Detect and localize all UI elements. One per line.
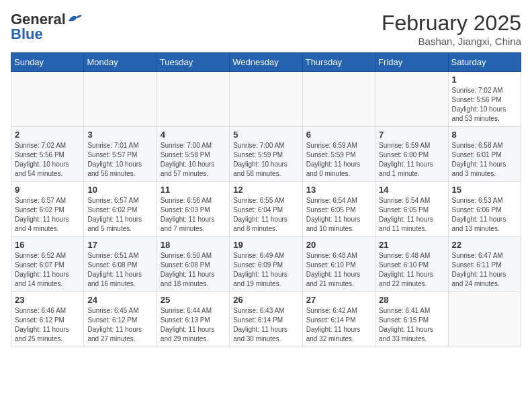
day-number: 23: [15, 295, 80, 305]
day-number: 15: [452, 185, 517, 195]
logo: General Blue: [11, 11, 82, 43]
day-number: 4: [161, 130, 226, 140]
calendar-cell: 24Sunrise: 6:45 AM Sunset: 6:12 PM Dayli…: [84, 292, 157, 347]
calendar-table: SundayMondayTuesdayWednesdayThursdayFrid…: [11, 52, 521, 347]
calendar-cell: 1Sunrise: 7:02 AM Sunset: 5:56 PM Daylig…: [448, 72, 521, 127]
calendar-cell: 20Sunrise: 6:48 AM Sunset: 6:10 PM Dayli…: [302, 237, 375, 292]
day-number: 20: [306, 240, 371, 250]
day-info: Sunrise: 6:58 AM Sunset: 6:01 PM Dayligh…: [452, 141, 517, 179]
day-number: 21: [379, 240, 444, 250]
weekday-tuesday: Tuesday: [157, 53, 229, 72]
day-number: 2: [15, 130, 80, 140]
calendar-cell: 11Sunrise: 6:56 AM Sunset: 6:03 PM Dayli…: [157, 182, 229, 237]
page-header: General Blue February 2025 Bashan, Jiang…: [11, 11, 521, 47]
day-info: Sunrise: 6:49 AM Sunset: 6:09 PM Dayligh…: [233, 251, 298, 289]
calendar-cell: 27Sunrise: 6:42 AM Sunset: 6:14 PM Dayli…: [302, 292, 375, 347]
calendar-cell: 23Sunrise: 6:46 AM Sunset: 6:12 PM Dayli…: [11, 292, 84, 347]
calendar-cell: [302, 72, 375, 127]
day-number: 9: [15, 185, 80, 195]
day-info: Sunrise: 6:44 AM Sunset: 6:13 PM Dayligh…: [161, 306, 226, 344]
day-number: 24: [87, 295, 152, 305]
weekday-wednesday: Wednesday: [230, 53, 302, 72]
day-number: 14: [379, 185, 444, 195]
day-info: Sunrise: 6:43 AM Sunset: 6:14 PM Dayligh…: [233, 306, 298, 344]
calendar-cell: 2Sunrise: 7:02 AM Sunset: 5:56 PM Daylig…: [11, 127, 84, 182]
calendar-cell: 22Sunrise: 6:47 AM Sunset: 6:11 PM Dayli…: [448, 237, 521, 292]
day-number: 17: [87, 240, 152, 250]
day-info: Sunrise: 6:41 AM Sunset: 6:15 PM Dayligh…: [379, 306, 444, 344]
logo-bird-icon: [67, 13, 82, 24]
day-info: Sunrise: 6:55 AM Sunset: 6:04 PM Dayligh…: [233, 196, 298, 234]
logo-blue: Blue: [11, 26, 43, 43]
day-info: Sunrise: 6:47 AM Sunset: 6:11 PM Dayligh…: [452, 251, 517, 289]
day-info: Sunrise: 7:00 AM Sunset: 5:58 PM Dayligh…: [161, 141, 226, 179]
day-number: 13: [306, 185, 371, 195]
day-number: 22: [452, 240, 517, 250]
calendar-cell: [230, 72, 302, 127]
calendar-cell: 8Sunrise: 6:58 AM Sunset: 6:01 PM Daylig…: [448, 127, 521, 182]
calendar-body: 1Sunrise: 7:02 AM Sunset: 5:56 PM Daylig…: [11, 72, 521, 347]
day-number: 26: [233, 295, 298, 305]
day-info: Sunrise: 6:54 AM Sunset: 6:05 PM Dayligh…: [306, 196, 371, 234]
calendar-cell: 28Sunrise: 6:41 AM Sunset: 6:15 PM Dayli…: [375, 292, 448, 347]
day-info: Sunrise: 6:59 AM Sunset: 6:00 PM Dayligh…: [379, 141, 444, 179]
day-number: 27: [306, 295, 371, 305]
weekday-header-row: SundayMondayTuesdayWednesdayThursdayFrid…: [11, 53, 521, 72]
day-info: Sunrise: 7:01 AM Sunset: 5:57 PM Dayligh…: [87, 141, 152, 179]
day-info: Sunrise: 6:57 AM Sunset: 6:02 PM Dayligh…: [87, 196, 152, 234]
calendar-week-2: 2Sunrise: 7:02 AM Sunset: 5:56 PM Daylig…: [11, 127, 521, 182]
calendar-cell: 4Sunrise: 7:00 AM Sunset: 5:58 PM Daylig…: [157, 127, 229, 182]
calendar-header: SundayMondayTuesdayWednesdayThursdayFrid…: [11, 53, 521, 72]
day-number: 5: [233, 130, 298, 140]
weekday-friday: Friday: [375, 53, 448, 72]
calendar-cell: 17Sunrise: 6:51 AM Sunset: 6:08 PM Dayli…: [84, 237, 157, 292]
calendar-cell: 10Sunrise: 6:57 AM Sunset: 6:02 PM Dayli…: [84, 182, 157, 237]
calendar-cell: 6Sunrise: 6:59 AM Sunset: 5:59 PM Daylig…: [302, 127, 375, 182]
calendar-cell: 26Sunrise: 6:43 AM Sunset: 6:14 PM Dayli…: [230, 292, 302, 347]
day-info: Sunrise: 6:48 AM Sunset: 6:10 PM Dayligh…: [379, 251, 444, 289]
weekday-saturday: Saturday: [448, 53, 521, 72]
day-number: 19: [233, 240, 298, 250]
day-info: Sunrise: 6:57 AM Sunset: 6:02 PM Dayligh…: [15, 196, 80, 234]
day-number: 18: [161, 240, 226, 250]
day-number: 3: [87, 130, 152, 140]
day-number: 25: [161, 295, 226, 305]
day-number: 10: [87, 185, 152, 195]
calendar-cell: [448, 292, 521, 347]
calendar-week-1: 1Sunrise: 7:02 AM Sunset: 5:56 PM Daylig…: [11, 72, 521, 127]
calendar-cell: [157, 72, 229, 127]
calendar-cell: [11, 72, 84, 127]
day-number: 6: [306, 130, 371, 140]
day-number: 7: [379, 130, 444, 140]
day-number: 28: [379, 295, 444, 305]
day-info: Sunrise: 7:02 AM Sunset: 5:56 PM Dayligh…: [15, 141, 80, 179]
day-info: Sunrise: 6:52 AM Sunset: 6:07 PM Dayligh…: [15, 251, 80, 289]
day-number: 12: [233, 185, 298, 195]
calendar-cell: 19Sunrise: 6:49 AM Sunset: 6:09 PM Dayli…: [230, 237, 302, 292]
day-info: Sunrise: 6:54 AM Sunset: 6:05 PM Dayligh…: [379, 196, 444, 234]
weekday-sunday: Sunday: [11, 53, 84, 72]
day-info: Sunrise: 6:48 AM Sunset: 6:10 PM Dayligh…: [306, 251, 371, 289]
calendar-cell: [375, 72, 448, 127]
location: Bashan, Jiangxi, China: [382, 36, 521, 47]
calendar-week-4: 16Sunrise: 6:52 AM Sunset: 6:07 PM Dayli…: [11, 237, 521, 292]
day-number: 16: [15, 240, 80, 250]
weekday-monday: Monday: [84, 53, 157, 72]
day-info: Sunrise: 6:45 AM Sunset: 6:12 PM Dayligh…: [87, 306, 152, 344]
calendar-week-3: 9Sunrise: 6:57 AM Sunset: 6:02 PM Daylig…: [11, 182, 521, 237]
day-info: Sunrise: 7:02 AM Sunset: 5:56 PM Dayligh…: [452, 86, 517, 124]
day-info: Sunrise: 6:46 AM Sunset: 6:12 PM Dayligh…: [15, 306, 80, 344]
day-info: Sunrise: 6:56 AM Sunset: 6:03 PM Dayligh…: [161, 196, 226, 234]
day-number: 1: [452, 75, 517, 85]
day-info: Sunrise: 6:53 AM Sunset: 6:06 PM Dayligh…: [452, 196, 517, 234]
weekday-thursday: Thursday: [302, 53, 375, 72]
day-info: Sunrise: 6:51 AM Sunset: 6:08 PM Dayligh…: [87, 251, 152, 289]
calendar-cell: 14Sunrise: 6:54 AM Sunset: 6:05 PM Dayli…: [375, 182, 448, 237]
calendar-cell: [84, 72, 157, 127]
calendar-cell: 12Sunrise: 6:55 AM Sunset: 6:04 PM Dayli…: [230, 182, 302, 237]
calendar-cell: 3Sunrise: 7:01 AM Sunset: 5:57 PM Daylig…: [84, 127, 157, 182]
calendar-cell: 16Sunrise: 6:52 AM Sunset: 6:07 PM Dayli…: [11, 237, 84, 292]
calendar-cell: 21Sunrise: 6:48 AM Sunset: 6:10 PM Dayli…: [375, 237, 448, 292]
calendar-week-5: 23Sunrise: 6:46 AM Sunset: 6:12 PM Dayli…: [11, 292, 521, 347]
month-title: February 2025: [382, 11, 521, 36]
